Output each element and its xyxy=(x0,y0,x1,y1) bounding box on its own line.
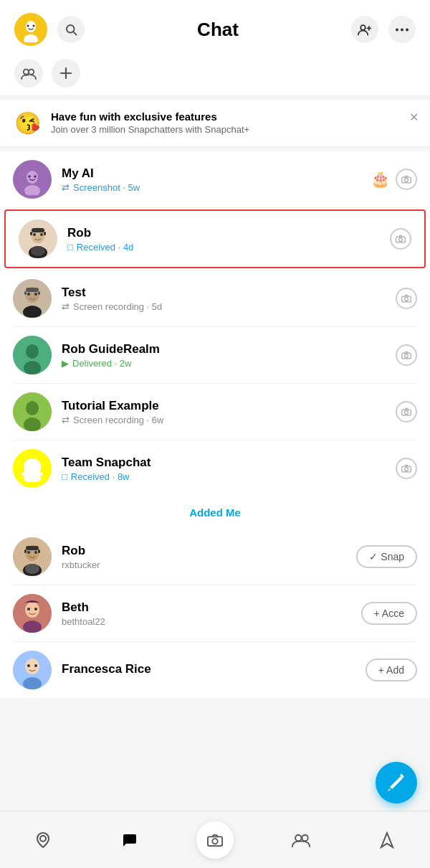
svg-line-6 xyxy=(73,32,76,34)
added-frances-info: Francesca Rice xyxy=(62,662,355,678)
svg-point-75 xyxy=(34,664,37,667)
added-beth-info: Beth bethtoal22 xyxy=(62,600,351,627)
svg-rect-63 xyxy=(24,549,27,553)
divider xyxy=(13,207,417,208)
accept-button-beth[interactable]: + Acce xyxy=(361,602,417,625)
chat-item-test[interactable]: Test ⇄ Screen recording · 5d xyxy=(0,270,430,326)
svg-point-82 xyxy=(302,835,307,841)
snap-button-rob[interactable]: ✓ Snap xyxy=(356,545,417,568)
svg-point-18 xyxy=(27,171,38,184)
nav-camera[interactable] xyxy=(172,811,258,868)
tutorial-avatar xyxy=(13,392,52,431)
rob-right xyxy=(390,228,411,250)
more-options-button[interactable] xyxy=(388,16,416,43)
svg-rect-40 xyxy=(24,291,27,295)
svg-point-54 xyxy=(405,411,408,415)
add-button-frances[interactable]: + Add xyxy=(366,659,417,681)
snapchat-status-icon: □ xyxy=(62,471,67,482)
svg-point-61 xyxy=(34,551,37,554)
profile-avatar[interactable] xyxy=(14,13,47,46)
tutorial-status: ⇄ Screen recording · 6w xyxy=(62,415,386,425)
rob-status: □ Received · 4d xyxy=(67,242,380,253)
rob-avatar xyxy=(19,220,57,258)
svg-rect-64 xyxy=(38,549,40,553)
promo-close-button[interactable]: ✕ xyxy=(409,110,419,124)
test-status-icon: ⇄ xyxy=(62,301,70,312)
test-camera[interactable] xyxy=(396,288,417,309)
test-avatar xyxy=(13,279,52,318)
nav-discover[interactable] xyxy=(344,811,430,868)
promo-title: Have fun with exclusive features xyxy=(51,110,416,123)
svg-rect-41 xyxy=(38,291,40,295)
chat-item-snapchat[interactable]: Team Snapchat □ Received · 8w xyxy=(0,440,430,496)
svg-point-49 xyxy=(405,354,408,358)
svg-point-73 xyxy=(25,659,39,674)
robguide-info: Rob GuideRealm ▶ Delivered · 2w xyxy=(62,342,386,369)
myai-status-icon: ⇄ xyxy=(62,182,70,193)
chat-item-myai[interactable]: My AI ⇄ Screenshot · 5w 🎂 xyxy=(0,151,430,207)
svg-rect-29 xyxy=(30,232,32,235)
svg-point-10 xyxy=(396,28,398,31)
svg-point-26 xyxy=(33,233,36,236)
search-button[interactable] xyxy=(57,16,85,43)
added-frances-name: Francesca Rice xyxy=(62,662,355,676)
added-me-label: Added Me xyxy=(0,496,430,529)
snapchat-status: □ Received · 8w xyxy=(62,471,386,482)
svg-point-78 xyxy=(40,836,46,841)
nav-map[interactable] xyxy=(0,811,86,868)
sub-header xyxy=(0,53,430,95)
snapchat-avatar xyxy=(13,449,52,488)
added-beth-username: bethtoal22 xyxy=(62,616,351,627)
new-chat-button[interactable] xyxy=(52,59,80,88)
snapchat-status-text: Received · 8w xyxy=(71,471,130,482)
tutorial-status-text: Screen recording · 6w xyxy=(73,415,163,425)
svg-point-70 xyxy=(34,608,37,610)
added-beth-avatar xyxy=(13,594,52,633)
svg-point-46 xyxy=(26,344,39,359)
robguide-camera[interactable] xyxy=(396,344,417,366)
chat-item-robguide[interactable]: Rob GuideRealm ▶ Delivered · 2w xyxy=(0,327,430,383)
tutorial-status-icon: ⇄ xyxy=(62,415,70,425)
test-right xyxy=(396,288,417,309)
svg-point-14 xyxy=(29,70,34,75)
tutorial-camera[interactable] xyxy=(396,401,417,423)
svg-point-23 xyxy=(405,179,408,182)
added-rob-info: Rob rxbtucker xyxy=(62,544,346,570)
svg-point-81 xyxy=(295,835,301,841)
promo-subtitle: Join over 3 million Snapchatters with Sn… xyxy=(51,124,416,135)
svg-point-37 xyxy=(27,293,30,296)
added-item-frances[interactable]: Francesca Rice + Add xyxy=(0,642,430,698)
added-beth-name: Beth xyxy=(62,600,351,615)
myai-right: 🎂 xyxy=(371,169,417,190)
svg-point-21 xyxy=(34,175,37,178)
myai-status: ⇄ Screenshot · 5w xyxy=(62,182,360,193)
test-name: Test xyxy=(62,286,386,300)
myai-status-text: Screenshot · 5w xyxy=(73,182,140,193)
nav-chat[interactable] xyxy=(86,811,172,868)
robguide-status: ▶ Delivered · 2w xyxy=(62,358,386,369)
bottom-nav xyxy=(0,811,430,868)
rob-camera[interactable] xyxy=(390,228,411,250)
added-item-beth[interactable]: Beth bethtoal22 + Acce xyxy=(0,585,430,641)
robguide-status-icon: ▶ xyxy=(62,358,69,369)
myai-camera[interactable] xyxy=(396,169,417,190)
svg-point-27 xyxy=(40,233,43,236)
page-title: Chat xyxy=(197,19,239,41)
cake-icon: 🎂 xyxy=(371,170,390,189)
add-friend-button[interactable] xyxy=(351,16,378,43)
svg-point-20 xyxy=(28,175,31,178)
added-item-rob[interactable]: Rob rxbtucker ✓ Snap xyxy=(0,529,430,585)
added-rob-username: rxbtucker xyxy=(62,560,346,570)
chat-item-rob[interactable]: Rob □ Received · 4d xyxy=(4,209,426,268)
chat-item-tutorial[interactable]: Tutorial Example ⇄ Screen recording · 6w xyxy=(0,384,430,440)
svg-point-74 xyxy=(27,664,30,667)
svg-point-34 xyxy=(399,238,403,242)
robguide-avatar xyxy=(13,336,52,374)
svg-point-60 xyxy=(27,551,30,554)
snapchat-camera[interactable] xyxy=(396,458,417,479)
friends-stories-button[interactable] xyxy=(14,59,43,88)
rob-info: Rob □ Received · 4d xyxy=(67,226,380,253)
nav-friends[interactable] xyxy=(258,811,344,868)
snapchat-name: Team Snapchat xyxy=(62,456,386,470)
compose-fab[interactable] xyxy=(376,762,417,803)
